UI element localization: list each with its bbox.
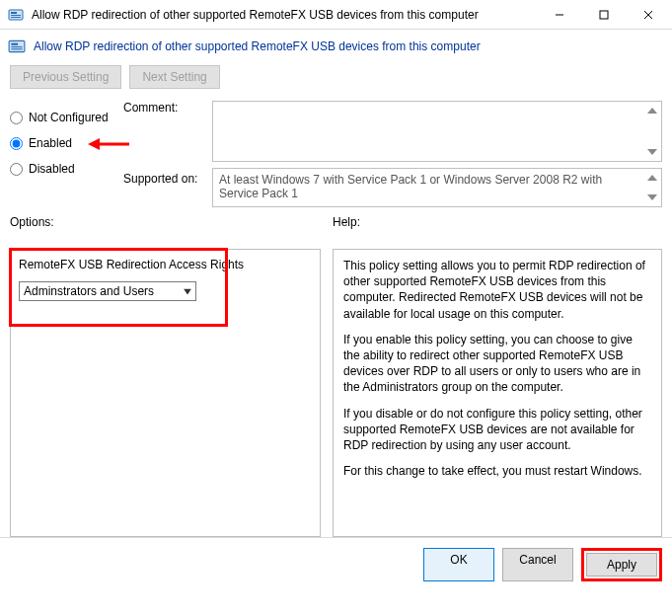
annotation-highlight-box: Apply [581, 548, 662, 581]
titlebar: Allow RDP redirection of other supported… [0, 0, 672, 30]
svg-marker-15 [647, 149, 657, 155]
svg-rect-2 [11, 15, 21, 16]
policy-title: Allow RDP redirection of other supported… [34, 39, 481, 53]
svg-marker-14 [647, 108, 657, 114]
lower-panels: Options: RemoteFX USB Redirection Access… [0, 209, 672, 537]
next-setting-button[interactable]: Next Setting [129, 65, 219, 89]
scroll-up-icon[interactable] [645, 104, 659, 117]
policy-icon [8, 7, 24, 23]
previous-setting-button[interactable]: Previous Setting [10, 65, 121, 89]
minimize-button[interactable] [537, 1, 581, 29]
radio-not-configured-input[interactable] [10, 112, 23, 124]
help-paragraph: If you enable this policy setting, you c… [343, 332, 651, 396]
close-button[interactable] [626, 1, 670, 29]
config-area: Not Configured Enabled Disabled Comment: [0, 95, 672, 209]
supported-on-label: Supported on: [123, 168, 212, 186]
radio-not-configured-label: Not Configured [29, 111, 109, 124]
cancel-button[interactable]: Cancel [502, 548, 573, 581]
help-panel: This policy setting allows you to permit… [333, 249, 662, 537]
svg-marker-17 [647, 194, 657, 200]
svg-rect-11 [11, 48, 22, 49]
access-rights-dropdown[interactable]: Adminstrators and Users [19, 281, 196, 301]
radio-disabled-input[interactable] [10, 163, 23, 176]
comment-field[interactable] [212, 101, 662, 162]
scroll-down-icon[interactable] [645, 145, 659, 159]
dialog-footer: OK Cancel Apply [0, 537, 672, 591]
help-paragraph: For this change to take effect, you must… [343, 463, 651, 479]
state-radio-group: Not Configured Enabled Disabled [10, 101, 123, 207]
help-paragraph: This policy setting allows you to permit… [343, 258, 651, 322]
radio-enabled-input[interactable] [10, 137, 23, 150]
comment-label: Comment: [123, 101, 212, 162]
options-panel: RemoteFX USB Redirection Access Rights A… [10, 249, 321, 537]
scroll-up-icon[interactable] [645, 171, 659, 185]
radio-enabled[interactable]: Enabled [10, 130, 123, 156]
options-label: Options: [10, 215, 321, 229]
ok-button[interactable]: OK [423, 548, 494, 581]
maximize-button[interactable] [581, 1, 626, 29]
svg-rect-3 [11, 17, 21, 18]
help-label: Help: [333, 215, 662, 229]
svg-rect-1 [11, 12, 17, 14]
radio-disabled[interactable]: Disabled [10, 156, 123, 182]
radio-enabled-label: Enabled [29, 136, 72, 150]
svg-marker-13 [88, 138, 100, 150]
window-buttons [537, 1, 670, 29]
apply-button[interactable]: Apply [586, 553, 657, 577]
access-rights-value: Adminstrators and Users [24, 284, 154, 298]
help-paragraph: If you disable or do not configure this … [343, 406, 651, 454]
svg-rect-9 [11, 43, 18, 45]
radio-not-configured[interactable]: Not Configured [10, 105, 123, 130]
supported-on-field: At least Windows 7 with Service Pack 1 o… [212, 168, 662, 207]
policy-icon [8, 38, 26, 55]
nav-row: Previous Setting Next Setting [0, 61, 672, 95]
window-title: Allow RDP redirection of other supported… [32, 8, 537, 22]
policy-subheader: Allow RDP redirection of other supported… [0, 30, 672, 61]
radio-disabled-label: Disabled [29, 162, 75, 176]
chevron-down-icon [184, 286, 191, 297]
option-access-rights-label: RemoteFX USB Redirection Access Rights [19, 258, 312, 271]
annotation-arrow-icon [88, 137, 129, 151]
svg-marker-16 [647, 175, 657, 181]
supported-on-value: At least Windows 7 with Service Pack 1 o… [219, 173, 602, 200]
svg-rect-5 [600, 11, 608, 19]
scroll-down-icon[interactable] [645, 191, 659, 204]
svg-rect-10 [11, 46, 22, 47]
svg-marker-18 [184, 289, 191, 295]
